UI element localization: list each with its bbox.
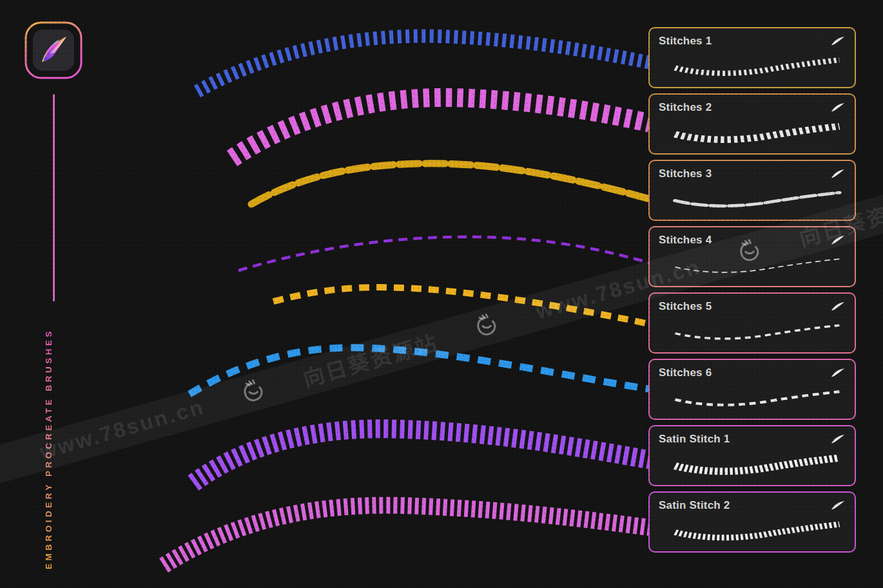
brush-swoosh-icon [830, 235, 846, 245]
brush-swoosh-icon [830, 301, 846, 312]
brush-swoosh-icon [830, 102, 846, 113]
brush-panel-stitches-3[interactable]: Stitches 3 [648, 160, 856, 221]
panel-header: Satin Stitch 1 [659, 433, 846, 446]
brand-divider-line [53, 94, 55, 301]
brush-preview-stroke [659, 382, 848, 410]
brush-panel-list: Stitches 1 Stitches 2 Stitches 3 [648, 27, 856, 553]
brush-preview-stroke [659, 316, 848, 344]
brush-panel-stitches-6[interactable]: Stitches 6 [648, 359, 856, 420]
brush-name-label: Satin Stitch 2 [659, 499, 730, 512]
panel-header: Satin Stitch 2 [659, 499, 846, 512]
brush-name-label: Stitches 4 [659, 234, 712, 247]
brush-panel-stitches-5[interactable]: Stitches 5 [648, 292, 856, 354]
brush-panel-stitches-1[interactable]: Stitches 1 [648, 27, 856, 88]
stroke-stitches-3 [251, 164, 650, 204]
brush-preview-stroke [659, 515, 848, 543]
promo-canvas: EMBROIDERY PROCREATE BRUSHES Stitches 1 … [0, 0, 883, 588]
brush-name-label: Stitches 3 [659, 167, 712, 180]
brush-name-label: Stitches 6 [659, 366, 712, 379]
brush-name-label: Stitches 1 [659, 35, 712, 48]
brush-panel-stitches-2[interactable]: Stitches 2 [648, 93, 856, 155]
brush-preview-stroke [659, 50, 848, 79]
brush-name-label: Satin Stitch 1 [659, 433, 730, 446]
brush-preview-stroke [659, 183, 848, 211]
stroke-stitches-1 [197, 36, 650, 91]
brush-panel-stitches-4[interactable]: Stitches 4 [648, 226, 856, 287]
brush-swoosh-icon [830, 500, 846, 511]
brush-swoosh-icon [830, 434, 846, 444]
stroke-stitches-6 [189, 348, 650, 394]
brush-preview-stroke [659, 249, 848, 278]
brush-panel-satin-stitch-2[interactable]: Satin Stitch 2 [648, 491, 856, 553]
stroke-satin-stitch-1 [193, 429, 650, 483]
stroke-stitches-2 [232, 97, 650, 158]
procreate-app-icon [24, 21, 82, 79]
panel-header: Stitches 2 [659, 101, 846, 114]
panel-header: Stitches 4 [659, 234, 846, 247]
brush-swoosh-icon [830, 169, 846, 179]
panel-header: Stitches 3 [659, 167, 846, 180]
panel-header: Stitches 5 [659, 300, 846, 313]
brush-name-label: Stitches 2 [659, 101, 712, 114]
brush-swoosh-icon [830, 368, 846, 378]
stroke-stitches-4 [238, 237, 650, 270]
panel-header: Stitches 6 [659, 366, 846, 379]
brush-preview-stroke [659, 448, 848, 477]
brush-name-label: Stitches 5 [659, 300, 712, 313]
vertical-tagline: EMBROIDERY PROCREATE BRUSHES [44, 317, 63, 569]
panel-header: Stitches 1 [659, 35, 846, 48]
stroke-stitches-5 [273, 287, 650, 324]
brush-preview-stroke [659, 117, 848, 145]
brush-swoosh-icon [830, 36, 846, 46]
stroke-satin-stitch-2 [164, 506, 650, 565]
brush-panel-satin-stitch-1[interactable]: Satin Stitch 1 [648, 425, 856, 486]
